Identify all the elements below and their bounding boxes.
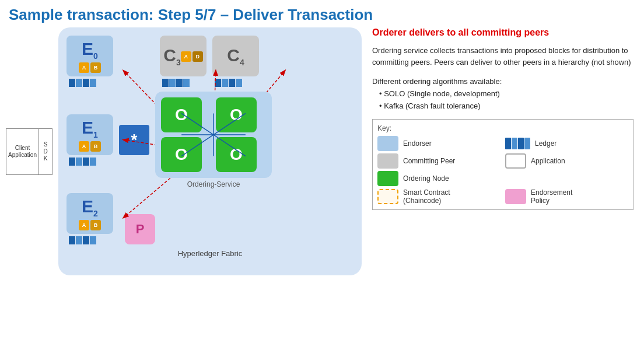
algorithms-header: Different ordering algorithms available: bbox=[372, 76, 634, 88]
key-row-endorser: Endorser bbox=[377, 136, 501, 151]
key-row-ledger: Ledger bbox=[505, 136, 628, 151]
e1-chaincode-b: B bbox=[90, 141, 101, 152]
chaincode-b: B bbox=[90, 62, 101, 73]
client-app-panel: Client Application SDK bbox=[6, 27, 52, 275]
p-node-wrapper: P bbox=[125, 214, 155, 244]
c3-chaincode-d: D bbox=[192, 51, 203, 62]
e2-node-group: E2 A B bbox=[66, 193, 113, 244]
ordering-node-4: O bbox=[216, 137, 257, 172]
row3: E2 A B P bbox=[66, 193, 354, 244]
diagram-area: E0 A B C3 A D bbox=[58, 27, 362, 275]
diagram-label: Hyperledger Fabric bbox=[66, 249, 354, 258]
c3-chaincode-a: A bbox=[181, 51, 191, 62]
key-row-empty bbox=[505, 171, 628, 186]
endorser-key-label: Endorser bbox=[403, 139, 432, 148]
ledger-key-label: Ledger bbox=[535, 139, 556, 148]
e0-node: E0 A B bbox=[66, 36, 113, 76]
algo-solo: • SOLO (Single node, development) bbox=[379, 88, 634, 100]
client-app-box: Client Application SDK bbox=[6, 128, 52, 175]
key-row-chaincode: Smart Contract (Chaincode) bbox=[377, 188, 501, 205]
ordering-star: * bbox=[119, 125, 149, 155]
e2-chaincode-b: B bbox=[90, 220, 101, 230]
chaincode-key-label: Smart Contract (Chaincode) bbox=[403, 188, 450, 205]
orderer-title: Orderer delivers to all committing peers bbox=[372, 27, 634, 38]
committing-key-label: Committing Peer bbox=[403, 157, 455, 165]
algorithms-section: Different ordering algorithms available:… bbox=[372, 76, 634, 112]
c3-node-group: C3 A D bbox=[160, 36, 206, 87]
ordering-service-label: Ordering-Service bbox=[155, 180, 272, 188]
ordering-node-3: O bbox=[161, 137, 202, 172]
app-swatch bbox=[505, 153, 526, 169]
e1-label: E1 bbox=[82, 118, 98, 139]
chaincode-a: A bbox=[79, 62, 89, 73]
e1-chaincode-a: A bbox=[79, 141, 89, 152]
e2-label: E2 bbox=[82, 197, 98, 218]
c4-label: C4 bbox=[227, 46, 244, 67]
key-row-committing: Committing Peer bbox=[377, 153, 501, 169]
ordering-key-label: Ordering Node bbox=[403, 174, 449, 183]
c4-node-group: C4 bbox=[212, 36, 259, 87]
chaincode-swatch bbox=[377, 189, 398, 204]
ordering-node-2: O bbox=[216, 97, 257, 132]
e2-node: E2 A B bbox=[66, 193, 113, 234]
page-title: Sample transaction: Step 5/7 – Deliver T… bbox=[0, 0, 644, 27]
app-key-label: Application bbox=[531, 157, 565, 165]
key-row-endorsement: Endorsement Policy bbox=[505, 188, 628, 205]
c3-label: C3 bbox=[163, 46, 180, 67]
endorsement-swatch bbox=[505, 189, 526, 204]
c4-node: C4 bbox=[212, 36, 259, 76]
key-grid: Endorser Ledger Committing Peer bbox=[377, 136, 628, 205]
e0-label: E0 bbox=[82, 39, 98, 61]
client-app-label: Client Application bbox=[6, 129, 39, 174]
key-row-application: Application bbox=[505, 153, 628, 169]
ordering-service-container: O O O O Ordering-Service bbox=[155, 92, 272, 188]
e1-node-group: E1 A B bbox=[66, 114, 113, 166]
e0-node-group: E0 A B bbox=[66, 36, 113, 87]
algo-kafka: • Kafka (Crash fault tolerance) bbox=[379, 100, 634, 113]
right-panel: Orderer delivers to all committing peers… bbox=[368, 27, 638, 275]
c3-node: C3 A D bbox=[160, 36, 206, 76]
sdk-label: SDK bbox=[39, 129, 52, 174]
key-section: Key: Endorser Ledger bbox=[372, 119, 634, 210]
key-title: Key: bbox=[377, 124, 628, 132]
endorsement-key-label: Endorsement Policy bbox=[531, 188, 572, 205]
p-node: P bbox=[125, 214, 155, 244]
description-text: Ordering service collects transactions i… bbox=[372, 45, 634, 68]
e1-node: E1 A B bbox=[66, 114, 113, 155]
ordering-swatch bbox=[377, 171, 398, 186]
committing-swatch bbox=[377, 153, 398, 169]
e2-chaincode-a: A bbox=[79, 220, 89, 230]
ordering-node-1: O bbox=[161, 97, 202, 132]
key-row-ordering: Ordering Node bbox=[377, 171, 501, 186]
ledger-swatch bbox=[505, 138, 530, 149]
endorser-swatch bbox=[377, 136, 398, 151]
